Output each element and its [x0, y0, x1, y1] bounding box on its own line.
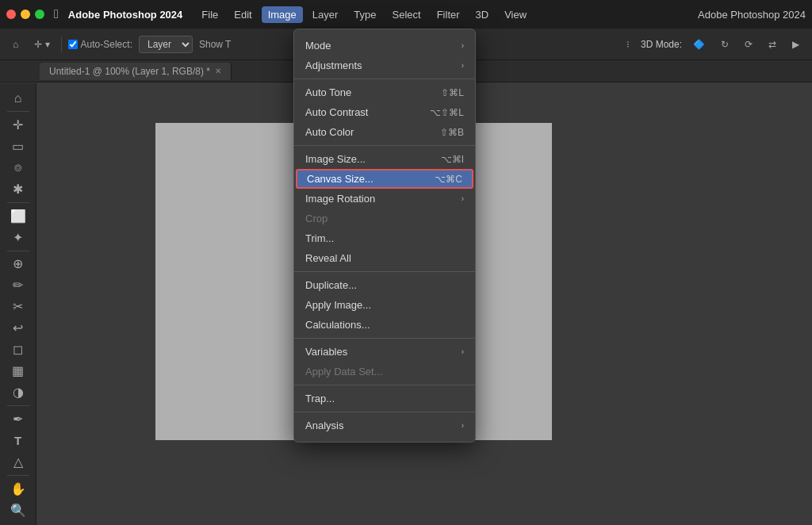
tool-separator-3	[7, 405, 29, 406]
3d-icon-4[interactable]: ⇄	[764, 36, 781, 52]
auto-select-label: Auto-Select:	[81, 39, 132, 50]
menu-item-trap[interactable]: Trap...	[294, 389, 475, 408]
apply-image-label: Apply Image...	[305, 299, 371, 311]
calculations-label: Calculations...	[305, 319, 370, 331]
menu-item-apply-image[interactable]: Apply Image...	[294, 295, 475, 315]
menu-item-canvas-size[interactable]: Canvas Size... ⌥⌘C	[296, 169, 473, 189]
move-tool-options[interactable]: ✛ ▾	[29, 36, 54, 52]
home-tool-button[interactable]: ⌂	[8, 36, 23, 52]
menu-item-adjustments[interactable]: Adjustments ›	[294, 56, 475, 75]
menu-item-apply-data-set: Apply Data Set...	[294, 362, 475, 381]
menu-item-duplicate[interactable]: Duplicate...	[294, 275, 475, 295]
menu-section-2: Auto Tone ⇧⌘L Auto Contrast ⌥⇧⌘L Auto Co…	[294, 79, 475, 146]
home-tool[interactable]: ⌂	[6, 88, 31, 108]
canvas-size-shortcut: ⌥⌘C	[435, 174, 462, 185]
menu-file[interactable]: File	[195, 6, 224, 23]
auto-color-shortcut: ⇧⌘B	[440, 127, 464, 138]
menu-item-mode[interactable]: Mode ›	[294, 36, 475, 56]
dropdown-menu: Mode › Adjustments › Auto Tone ⇧⌘L Auto …	[293, 29, 476, 443]
hand-tool[interactable]: ✋	[6, 479, 31, 499]
video-icon[interactable]: ▶	[787, 36, 804, 52]
menu-item-image-size[interactable]: Image Size... ⌥⌘I	[294, 149, 475, 169]
healing-brush-tool[interactable]: ⊕	[6, 254, 31, 274]
menu-item-crop: Crop	[294, 209, 475, 228]
menu-type[interactable]: Type	[347, 6, 382, 23]
apply-data-set-label: Apply Data Set...	[305, 366, 383, 377]
move-tool[interactable]: ✛	[6, 115, 31, 135]
align-left-icon[interactable]: ⁝	[622, 36, 634, 52]
document-tab[interactable]: Untitled-1 @ 100% (Layer 1, RGB/8) * ✕	[40, 63, 232, 80]
minimize-button[interactable]	[21, 10, 30, 19]
eraser-tool[interactable]: ◻	[6, 339, 31, 359]
menubar-right-text: Adobe Photoshop 2024	[698, 9, 806, 21]
stamp-tool[interactable]: ✂	[6, 297, 31, 316]
gradient-tool[interactable]: ▦	[6, 361, 31, 381]
image-rotation-label: Image Rotation	[305, 193, 375, 205]
reveal-all-label: Reveal All	[305, 252, 351, 264]
menu-item-trim[interactable]: Trim...	[294, 228, 475, 248]
zoom-tool[interactable]: 🔍	[6, 500, 31, 520]
history-brush-tool[interactable]: ↩	[6, 318, 31, 338]
dodge-tool[interactable]: ◑	[6, 382, 31, 402]
variables-label: Variables	[305, 346, 347, 358]
3d-icon-3[interactable]: ⟳	[740, 36, 757, 52]
3d-icon-1[interactable]: 🔷	[688, 36, 710, 52]
menu-view[interactable]: View	[498, 6, 533, 23]
toolbar-right: ⁝ 3D Mode: 🔷 ↻ ⟳ ⇄ ▶	[622, 36, 804, 52]
menu-filter[interactable]: Filter	[431, 6, 466, 23]
menu-item-variables[interactable]: Variables ›	[294, 342, 475, 362]
auto-select-checkbox[interactable]: Auto-Select:	[68, 39, 132, 50]
show-transform-label: Show T	[199, 39, 231, 50]
menu-section-7: Analysis ›	[294, 412, 475, 439]
menu-3d[interactable]: 3D	[469, 6, 496, 23]
menu-item-calculations[interactable]: Calculations...	[294, 315, 475, 335]
text-tool[interactable]: T	[6, 431, 31, 450]
shape-tool[interactable]: △	[6, 452, 31, 472]
auto-tone-shortcut: ⇧⌘L	[441, 87, 464, 98]
tool-separator-1	[7, 202, 29, 203]
menu-layer[interactable]: Layer	[306, 6, 345, 23]
menu-item-auto-tone[interactable]: Auto Tone ⇧⌘L	[294, 82, 475, 102]
menu-section-5: Variables › Apply Data Set...	[294, 339, 475, 385]
menu-section-3: Image Size... ⌥⌘I Canvas Size... ⌥⌘C Ima…	[294, 146, 475, 272]
magic-wand-tool[interactable]: ✱	[6, 179, 31, 199]
maximize-button[interactable]	[35, 10, 44, 19]
crop-label: Crop	[305, 213, 327, 224]
close-button[interactable]	[6, 10, 16, 19]
auto-color-label: Auto Color	[305, 126, 354, 138]
image-size-label: Image Size...	[305, 153, 366, 165]
marquee-tool[interactable]: ▭	[6, 136, 31, 156]
apple-logo-icon: 	[54, 7, 59, 21]
menu-edit[interactable]: Edit	[228, 6, 258, 23]
image-menu-dropdown: Mode › Adjustments › Auto Tone ⇧⌘L Auto …	[293, 29, 476, 443]
brush-tool[interactable]: ✏	[6, 275, 31, 295]
tool-separator-0	[7, 111, 29, 112]
toolbar-separator-1	[61, 36, 62, 52]
menubar:  Adobe Photoshop 2024 File Edit Image L…	[0, 0, 812, 29]
tab-close-icon[interactable]: ✕	[215, 67, 221, 75]
3d-icon-2[interactable]: ↻	[716, 36, 733, 52]
image-rotation-arrow-icon: ›	[462, 194, 464, 203]
canvas-size-label: Canvas Size...	[307, 173, 373, 185]
eyedropper-tool[interactable]: ✦	[6, 228, 31, 247]
pen-tool[interactable]: ✒	[6, 409, 31, 429]
menu-items: File Edit Image Layer Type Select Filter…	[195, 6, 698, 23]
auto-contrast-label: Auto Contrast	[305, 106, 369, 118]
menu-item-auto-color[interactable]: Auto Color ⇧⌘B	[294, 122, 475, 142]
menu-item-reveal-all[interactable]: Reveal All	[294, 248, 475, 268]
menu-section-4: Duplicate... Apply Image... Calculations…	[294, 272, 475, 339]
app-name: Adobe Photoshop 2024	[68, 9, 182, 21]
menu-image[interactable]: Image	[262, 6, 303, 23]
tools-panel: ⌂ ✛ ▭ ⌾ ✱ ⬜ ✦ ⊕ ✏ ✂ ↩ ◻ ▦ ◑ ✒ T △ ✋ 🔍	[0, 83, 36, 525]
trim-label: Trim...	[305, 232, 334, 244]
menu-item-auto-contrast[interactable]: Auto Contrast ⌥⇧⌘L	[294, 102, 475, 122]
menu-select[interactable]: Select	[386, 6, 427, 23]
menu-item-image-rotation[interactable]: Image Rotation ›	[294, 189, 475, 209]
layer-select[interactable]: Layer Group	[139, 36, 193, 53]
trap-label: Trap...	[305, 393, 335, 404]
analysis-arrow-icon: ›	[462, 421, 464, 430]
adjustments-arrow-icon: ›	[462, 61, 464, 70]
crop-tool[interactable]: ⬜	[6, 206, 31, 226]
menu-item-analysis[interactable]: Analysis ›	[294, 416, 475, 435]
lasso-tool[interactable]: ⌾	[6, 158, 31, 178]
